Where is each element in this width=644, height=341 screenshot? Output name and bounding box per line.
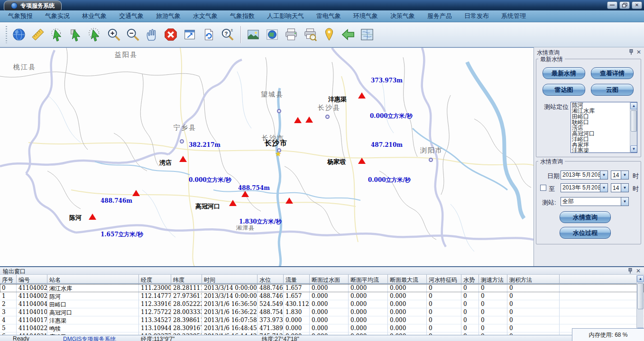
city-marker[interactable]: [277, 109, 281, 113]
menu-item-13[interactable]: 日常发布: [458, 10, 495, 22]
view-details-button[interactable]: 查看详情: [591, 67, 634, 79]
table-scrollbar[interactable]: ▲ ▼: [636, 275, 644, 335]
table-row[interactable]: 441104017沣惠渠113.34527828.3986112013/1/6 …: [0, 316, 644, 324]
column-header[interactable]: 编号: [17, 275, 47, 283]
back-icon[interactable]: [340, 27, 356, 43]
chevron-down-icon[interactable]: ▼: [621, 171, 628, 179]
restore-button[interactable]: [619, 1, 630, 9]
menu-item-10[interactable]: 环境气象: [347, 10, 384, 22]
identify-icon[interactable]: ?±: [220, 27, 236, 43]
station-marker[interactable]: [294, 117, 302, 123]
table-row[interactable]: 041104002湘江水库111.23000028.2811112013/3/1…: [0, 284, 644, 292]
menu-item-5[interactable]: 旅游气象: [150, 10, 187, 22]
chevron-down-icon[interactable]: ▼: [600, 184, 607, 192]
radar-chart-button[interactable]: 雷达图: [543, 84, 585, 96]
city-marker[interactable]: [429, 158, 433, 162]
column-header[interactable]: 站名: [47, 275, 139, 283]
world-icon[interactable]: [264, 27, 280, 43]
water-query-button[interactable]: 水情查询: [560, 211, 611, 223]
menu-item-6[interactable]: 水文气象: [187, 10, 224, 22]
stop-icon[interactable]: [163, 27, 179, 43]
chevron-down-icon[interactable]: ▼: [621, 184, 628, 192]
menu-item-7[interactable]: 气象指数: [224, 10, 261, 22]
table-row[interactable]: 541104022鸣犊113.10944428.3091672013/1/6 1…: [0, 324, 644, 332]
table-row[interactable]: 141104002陈河112.14777827.9736112013/3/14 …: [0, 292, 644, 300]
station-marker[interactable]: [305, 117, 313, 123]
full-extent-icon[interactable]: [182, 27, 198, 43]
station-marker[interactable]: [229, 200, 237, 206]
water-level-process-button[interactable]: 水位过程: [560, 227, 611, 239]
station-listbox[interactable]: 陈河湘江水库田峪口耿峪口涝店高冠河口沣峪口冉家坪沣惠渠 ▲ ▼: [570, 102, 637, 153]
pan-icon[interactable]: [144, 27, 160, 43]
end-date-select[interactable]: 2013年 5月20日▼: [561, 183, 608, 192]
column-header[interactable]: 断面平均流: [349, 275, 388, 283]
select-arrow-icon[interactable]: [68, 27, 84, 43]
chevron-down-icon[interactable]: ▼: [621, 197, 628, 206]
measure-icon[interactable]: [30, 27, 46, 43]
station-list-item[interactable]: 沣惠渠: [571, 148, 630, 153]
station-marker[interactable]: [285, 197, 293, 204]
station-marker[interactable]: [241, 191, 249, 197]
column-header[interactable]: 流量: [284, 275, 310, 283]
cloud-chart-button[interactable]: 云图: [591, 84, 634, 96]
close-button[interactable]: ✕: [632, 1, 642, 9]
scrollbar-thumb[interactable]: [631, 110, 637, 132]
image-export-icon[interactable]: [245, 27, 261, 43]
station-marker[interactable]: [358, 158, 366, 164]
select-lasso-icon[interactable]: [87, 27, 103, 43]
chevron-down-icon[interactable]: ▼: [600, 171, 607, 179]
table-row[interactable]: 241104004田峪口112.33916728.0522222013/1/6 …: [0, 300, 644, 308]
print-preview-icon[interactable]: [302, 27, 318, 43]
column-header[interactable]: 断面最大流: [388, 275, 427, 283]
menu-item-4[interactable]: 交通气象: [113, 10, 150, 22]
refresh-icon[interactable]: [201, 27, 217, 43]
print-icon[interactable]: [283, 27, 299, 43]
hour-select[interactable]: 14▼: [611, 170, 629, 179]
station-marker[interactable]: [89, 214, 96, 220]
zoom-out-icon[interactable]: [125, 27, 141, 43]
column-header[interactable]: 河水特征码: [427, 275, 461, 283]
scroll-up-icon[interactable]: ▲: [630, 102, 637, 109]
scrollbar-thumb[interactable]: [637, 283, 644, 309]
city-marker[interactable]: [180, 139, 184, 144]
window-title-tab[interactable]: 专项服务系统: [4, 0, 62, 10]
menu-item-11[interactable]: 决策气象: [384, 10, 421, 22]
column-header[interactable]: 测速方法: [479, 275, 507, 283]
minimize-button[interactable]: —: [607, 1, 617, 9]
menu-item-9[interactable]: 雷电气象: [310, 10, 347, 22]
scroll-up-icon[interactable]: ▲: [637, 275, 644, 282]
column-header[interactable]: 断面过水面: [310, 275, 349, 283]
close-icon[interactable]: ✕: [635, 268, 642, 274]
date-range-checkbox[interactable]: [540, 185, 546, 191]
column-header[interactable]: 经度: [139, 275, 171, 283]
zoom-in-icon[interactable]: [106, 27, 122, 43]
close-icon[interactable]: ✕: [635, 49, 642, 55]
table-row[interactable]: 341104010高冠河口112.75722228.0033332013/1/6…: [0, 308, 644, 316]
column-header[interactable]: 序号: [0, 275, 17, 283]
station-marker[interactable]: [132, 190, 140, 196]
select-circle-icon[interactable]: [49, 27, 65, 43]
column-header[interactable]: 水势: [461, 275, 479, 283]
station-marker[interactable]: [179, 156, 187, 162]
column-header[interactable]: 纬度: [171, 275, 202, 283]
date-select[interactable]: 2013年 5月20日▼: [561, 170, 608, 179]
locate-pin-icon[interactable]: [321, 27, 337, 43]
toolbar-grip[interactable]: [6, 26, 7, 43]
menu-item-14[interactable]: 系统管理: [495, 10, 532, 22]
station-select[interactable]: 全部▼: [561, 197, 629, 206]
menu-item-2[interactable]: 气象实况: [39, 10, 76, 22]
menu-item-1[interactable]: 气象预报: [2, 10, 39, 22]
menu-item-3[interactable]: 林业气象: [76, 10, 113, 22]
pin-icon[interactable]: [627, 268, 634, 274]
city-marker[interactable]: [325, 115, 330, 119]
menu-item-12[interactable]: 服务产品: [421, 10, 458, 22]
station-marker[interactable]: [358, 92, 366, 99]
pin-icon[interactable]: [628, 49, 635, 55]
column-header[interactable]: 水位: [258, 275, 284, 283]
column-header[interactable]: 测积方法: [507, 275, 560, 283]
scroll-down-icon[interactable]: ▼: [630, 145, 637, 153]
map-canvas[interactable]: 桃江县益阳县宁乡县望城县长沙县长沙市浏阳市湘潭县长沙市涝店陈河高冠河口沣惠渠杨家…: [0, 47, 534, 266]
listbox-scrollbar[interactable]: ▲ ▼: [630, 102, 637, 153]
overview-map-icon[interactable]: [359, 27, 375, 43]
globe-icon[interactable]: [11, 27, 27, 43]
